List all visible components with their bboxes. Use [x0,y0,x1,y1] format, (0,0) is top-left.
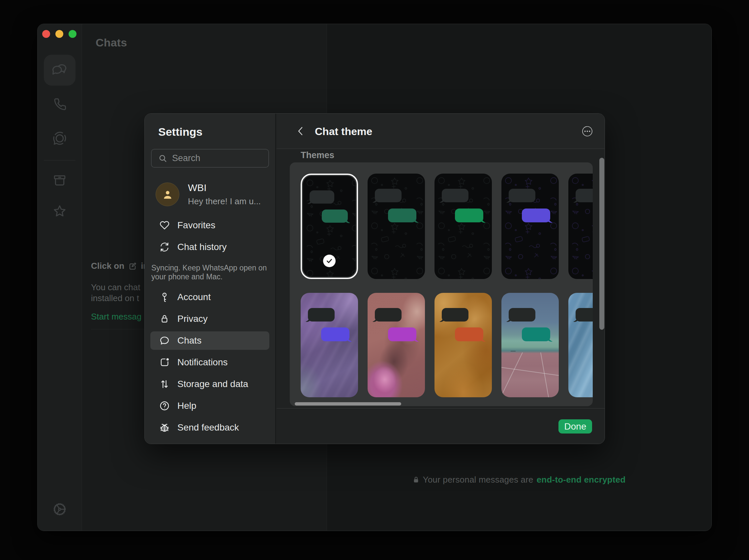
settings-menu-item-notifications[interactable]: Notifications [150,353,269,372]
minimize-window-button[interactable] [56,30,63,38]
bubble-out [455,208,483,222]
screenshot-root: Chats Click on in You can chat installed… [0,0,749,560]
theme-card[interactable] [501,174,559,279]
vertical-scrollbar[interactable] [599,158,604,330]
empty-state-title-prefix: Click on [91,261,124,271]
back-button[interactable] [295,126,306,137]
avatar [156,182,179,206]
sidebar-item-chats[interactable] [44,55,76,86]
chats-icon [51,62,68,79]
lock-icon [159,313,170,324]
empty-state-line1: You can chat [91,282,140,293]
bubble-in [509,308,535,321]
help-icon [159,400,170,411]
settings-menu-item-privacy[interactable]: Privacy [150,310,269,328]
bubble-in [576,308,593,321]
theme-card[interactable] [501,293,559,397]
search-input[interactable]: Search [151,149,269,168]
bubble-in [375,189,402,202]
archive-icon [52,173,67,188]
page-title: Chats [95,36,127,49]
profile-status: Hey there! I am u... [188,196,261,206]
settings-title: Settings [158,126,202,138]
chat-theme-panel: Chat theme Themes Done [277,114,605,444]
start-messaging-link[interactable]: Start messag [91,312,142,322]
settings-menu-item-favorites[interactable]: Favorites [150,216,269,234]
chat-bubble-icon [159,335,170,346]
bubble-in [576,189,593,202]
empty-state-title: Click on in [91,261,148,271]
status-icon [52,131,67,146]
theme-card[interactable] [434,174,492,279]
bubble-out [388,328,416,341]
selected-check-icon [323,255,336,267]
chat-theme-header: Chat theme [277,114,605,149]
theme-card[interactable] [301,174,358,279]
gear-icon [52,502,67,516]
bubble-out [322,209,348,223]
settings-dialog: Settings Search WBI Hey there! I am u... [144,113,605,444]
close-window-button[interactable] [42,30,50,38]
settings-menu-item-storage-and-data[interactable]: Storage and data [150,375,269,393]
done-button[interactable]: Done [558,419,592,433]
profile-name: WBI [188,182,261,193]
theme-card[interactable] [568,174,593,279]
sync-note: Syncing. Keep WhatsApp open on your phon… [151,264,269,281]
zoom-window-button[interactable] [69,30,77,38]
theme-card[interactable] [434,293,492,397]
empty-state-line2: installed on t [91,293,140,304]
horizontal-scrollbar[interactable] [295,402,401,405]
more-options-button[interactable] [582,126,593,137]
road-line [511,351,516,352]
empty-state-body: You can chat installed on t [91,282,140,304]
bubble-in [442,189,468,202]
bubble-out [321,328,349,341]
search-placeholder: Search [172,153,200,163]
sidebar-item-archived[interactable] [44,165,76,196]
search-icon [158,154,168,163]
theme-card[interactable] [568,293,593,397]
chevron-left-icon [295,126,306,137]
bubble-out [522,208,550,222]
theme-grid [290,162,593,406]
person-icon [162,188,174,201]
e2e-note-text: Your personal messages are [423,475,533,485]
phone-icon [52,96,67,112]
sync-icon [159,242,170,253]
settings-menu-item-chat-history[interactable]: Chat history [150,238,269,256]
settings-menu-item-chats[interactable]: Chats [150,331,269,350]
bubble-out [388,208,416,222]
heart-icon [159,220,170,231]
theme-card[interactable] [301,293,358,397]
bug-icon [159,422,170,433]
settings-menu-item-help[interactable]: Help [150,397,269,415]
sidebar-item-settings[interactable] [44,494,76,525]
theme-card[interactable] [368,174,425,279]
bubble-out [455,328,483,341]
settings-sidebar: Settings Search WBI Hey there! I am u... [145,114,276,444]
chat-theme-title: Chat theme [315,126,372,138]
new-chat-icon [128,262,137,270]
sidebar-divider [44,160,76,160]
bubble-in [509,189,535,202]
ellipsis-icon [582,126,593,137]
sidebar-item-calls[interactable] [44,89,76,119]
lock-icon [413,476,419,484]
sidebar-item-starred[interactable] [44,196,76,227]
road-line [501,367,559,376]
theme-card[interactable] [368,293,425,397]
sidebar-item-status[interactable] [44,123,76,154]
bubble-in [308,308,335,321]
profile-row[interactable]: WBI Hey there! I am u... [151,178,270,211]
bubble-in [442,308,468,321]
settings-menu-item-account[interactable]: Account [150,288,269,306]
footer-divider [277,408,605,408]
settings-menu-item-send-feedback[interactable]: Send feedback [150,418,269,437]
road-line [501,352,523,397]
bubble-out [522,328,550,341]
road-line [540,353,550,397]
bubble-in [309,191,334,203]
notification-icon [159,357,170,368]
star-icon [52,204,67,219]
bubble-in [375,308,402,321]
